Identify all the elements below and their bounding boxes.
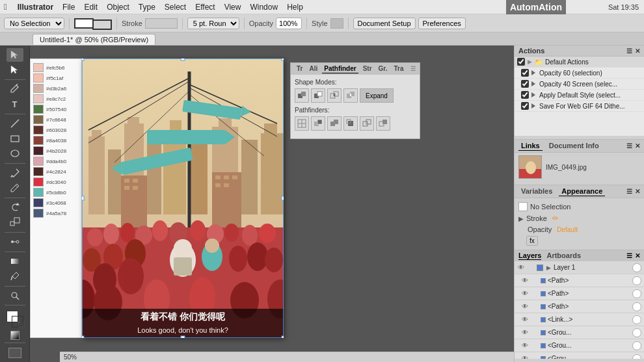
action-check-2[interactable] [521,91,529,99]
path-1-eye[interactable]: 👁 [521,290,529,297]
link-eye[interactable]: 👁 [521,316,529,323]
swatch-color-7[interactable] [33,136,44,145]
paintbrush-tool[interactable] [7,166,23,180]
fill-color-box[interactable] [74,18,94,29]
pencil-tool[interactable] [7,181,23,195]
menu-illustrator[interactable]: Illustrator [14,1,57,13]
intersect-button[interactable] [327,88,342,103]
swatch-color-4[interactable] [33,105,44,114]
menu-effect[interactable]: Effect [191,1,219,13]
pf-tab-tra[interactable]: Tra [392,64,406,73]
layer-1-eye[interactable]: 👁 [517,264,525,271]
swatch-color-8[interactable] [33,146,44,155]
swatch-color-3[interactable] [33,94,44,103]
doc-tab[interactable]: Untitled-1* @ 50% (RGB/Preview) [33,34,155,45]
direct-selection-tool[interactable] [7,63,23,77]
fill-stroke-indicator[interactable]: ⬛ [5,311,25,328]
swatch-color-10[interactable] [33,167,44,176]
menu-file[interactable]: File [59,1,79,13]
swatch-color-11[interactable] [33,177,44,187]
blend-tool[interactable] [7,235,23,249]
swatch-color-0[interactable] [33,63,44,72]
actions-options-icon[interactable]: ☰ [626,47,632,55]
swatch-color-2[interactable] [33,84,44,93]
links-tab[interactable]: Links [518,141,543,151]
appearance-tab[interactable]: Appearance [559,187,605,196]
group-1-target[interactable] [632,341,641,350]
layer-link[interactable]: 👁 <Link...> [515,313,644,326]
pf-tab-ali[interactable]: Ali [307,64,319,73]
scale-tool[interactable] [7,216,23,229]
links-close-icon[interactable]: ✕ [635,142,640,149]
trim-button[interactable] [311,116,325,131]
opacity-input[interactable] [276,18,302,29]
pen-tool[interactable] [7,83,23,96]
doc-info-tab[interactable]: Document Info [546,141,602,151]
link-target[interactable] [632,315,641,324]
stroke-color[interactable] [145,18,178,29]
action-item-2[interactable]: Apply Default Style (select... [515,90,644,101]
appearance-close-icon[interactable]: ✕ [635,188,640,195]
expand-button[interactable]: Expand [360,88,394,103]
action-check-1[interactable] [521,80,529,88]
document-setup-button[interactable]: Document Setup [353,18,416,29]
swatch-color-9[interactable] [33,157,44,166]
pf-tab-gr[interactable]: Gr. [377,64,390,73]
fx-button[interactable]: fx [526,236,538,246]
group-2-target[interactable] [632,354,641,359]
links-options-icon[interactable]: ☰ [626,142,632,149]
swatch-color-1[interactable] [33,73,44,83]
swatch-color-14[interactable] [33,209,44,218]
layer-1-row[interactable]: 👁 ▶ Layer 1 [515,261,644,274]
artboards-tab[interactable]: Artboards [546,252,581,260]
pf-tab-str[interactable]: Str [361,64,374,73]
actions-close-icon[interactable]: ✕ [635,47,640,55]
line-tool[interactable] [7,117,23,131]
layer-path-0[interactable]: 👁 <Path> [515,274,644,287]
path-0-eye[interactable]: 👁 [521,277,529,284]
actions-folder-row[interactable]: ▶ 📁 Default Actions [515,57,644,68]
pathfinder-close[interactable]: ☰ [410,66,416,72]
pf-tab-pathfinder[interactable]: Pathfinder [322,64,358,73]
swatch-color-5[interactable] [33,115,44,124]
layer-path-2[interactable]: 👁 <Path> [515,300,644,313]
layers-options-icon[interactable]: ☰ [626,252,632,259]
rotate-tool[interactable] [7,201,23,214]
layers-close-icon[interactable]: ✕ [635,252,640,259]
swatch-color-12[interactable] [33,188,44,197]
divide-button[interactable] [295,116,309,131]
selection-dropdown[interactable]: No Selection [4,18,64,29]
layer-1-expand[interactable]: ▶ [545,265,552,271]
merge-button[interactable] [327,116,342,131]
action-item-0[interactable]: Opacity 60 (selection) [515,68,644,79]
menu-select[interactable]: Select [161,1,190,13]
default-colors-icon[interactable]: ⬛ [18,322,25,328]
stroke-edit-icon[interactable]: ✏ [552,214,559,223]
swatch-color-6[interactable] [33,125,44,135]
action-check-3[interactable] [521,102,529,110]
swatch-color-13[interactable] [33,198,44,207]
apple-menu[interactable]:  [4,2,7,12]
none-color-icon[interactable] [10,331,20,340]
path-0-target[interactable] [632,276,641,285]
layers-tab[interactable]: Layers [518,252,541,260]
menu-window[interactable]: Window [246,1,282,13]
layer-group-0[interactable]: 👁 <Grou... [515,326,644,339]
gradient-tool[interactable] [7,255,23,268]
variables-tab[interactable]: Variables [518,187,555,196]
menu-view[interactable]: View [221,1,245,13]
menu-object[interactable]: Object [103,1,133,13]
menu-type[interactable]: Type [135,1,159,13]
style-box[interactable] [330,18,343,29]
eyedropper-tool[interactable] [7,270,23,283]
action-item-3[interactable]: Save For Web GIF 64 Dithe... [515,101,644,112]
stroke-style-dropdown[interactable]: 5 pt. Round [187,18,239,29]
folder-checkbox[interactable] [517,58,525,66]
action-check-0[interactable] [521,69,529,77]
preferences-button[interactable]: Preferences [418,18,466,29]
rectangle-tool[interactable] [7,132,23,146]
stroke-color-box[interactable] [92,19,112,30]
type-tool[interactable]: T [7,97,23,111]
minus-front-button[interactable] [311,88,325,103]
menu-help[interactable]: Help [283,1,307,13]
